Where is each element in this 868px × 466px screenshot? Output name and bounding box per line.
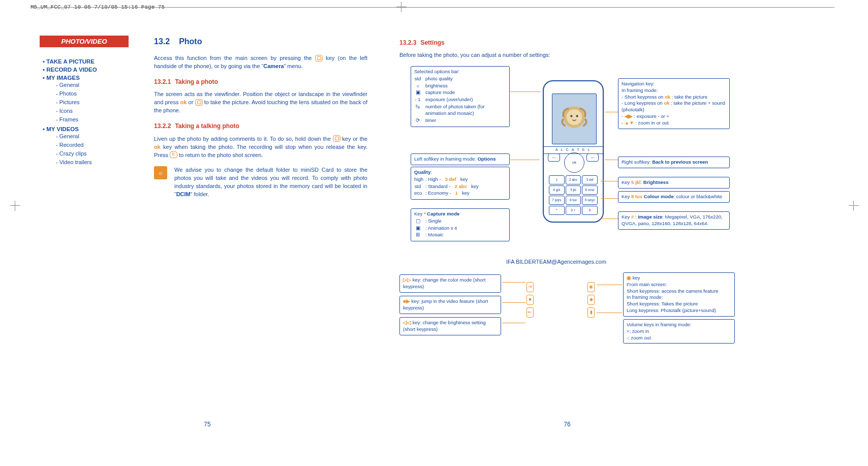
label: photo quality [425,76,453,82]
label-bold: Colour mode [644,194,674,199]
bulb-icon: ☼ [154,166,167,179]
text: Key [622,179,631,185]
tip-text: We advise you to change the default fold… [174,166,367,199]
right-softkey-box: Right softkey: Back to previous screen [618,157,730,168]
text: In framing mode: [627,294,731,301]
box-title: Volume keys in framing mode: [627,322,731,328]
label: : Single [425,218,442,225]
label: capture mode [425,89,455,96]
heading-num: 13.2.2 [154,122,171,130]
box-title: Quality [414,169,430,175]
sidebar-sub: Photos [56,89,141,98]
heading-13-2-3: 13.2.3Settings [399,39,735,47]
high-icon: high [414,176,421,183]
text: or [187,99,195,105]
keypad: 1 2 abc 3 def 4 ghi 5 jkl 6 mno 7 pqrs 8… [549,175,598,215]
side-button-icon: ◉ [587,282,595,292]
tip-box: ☼ We advise you to change the default fo… [154,166,367,199]
heading-13-2: 13.2Photo [154,36,367,47]
sidebar-sub: Frames [56,115,141,124]
page-number: 76 [564,421,570,428]
heading-13-2-1: 13.2.1Taking a photo [154,78,367,86]
crop-mark-right [849,201,859,211]
capture-mode-icon: ▣ [414,89,421,96]
sidebar-sub: General [56,132,141,141]
single-icon: ▢ [414,218,421,225]
count-icon: ²⁄₄ [414,104,421,110]
text: : High - [425,176,441,183]
quality-icon: std [414,76,421,82]
box-title: Selected options bar: [414,69,506,75]
nav-item: - Short keypress on ok : take the pictur… [622,94,726,101]
crop-mark-top [396,2,407,12]
leader-line [597,285,622,285]
rec-box: ■▶ key: jump in the video feature (short… [399,296,501,314]
leader-line [502,282,525,283]
text: Liven up the photo by adding comments to… [154,136,333,142]
heading-text: Photo [179,37,202,46]
text: key [462,190,470,197]
sidebar-item: MY IMAGES [43,75,141,81]
key-label: 8 tuv [631,194,642,199]
keypad-key: 1 [549,175,565,184]
keypad-key: 3 def [582,175,598,184]
leader-line [502,302,525,303]
intro-paragraph: Before taking the photo, you can adjust … [399,51,654,59]
leader-line [605,160,618,160]
label: key [631,275,640,281]
text: key [471,183,479,190]
leader-line [601,198,618,199]
selected-options-box: Selected options bar: stdphoto quality ☼… [411,66,510,127]
quality-row: std: Standard - 2 abc key [414,183,506,190]
eco-icon: eco [414,190,421,197]
nav-item: - ◀▶ : exposure - or + [622,113,726,120]
capture-row: ⊞: Mosaic [414,232,506,238]
heading-text: Taking a photo [175,78,218,85]
keypad-key: 2 abc [566,175,581,184]
keypad-key: 0 + [566,206,581,215]
side-button-icon: ▮ [587,307,595,318]
label: key: change the color mode (short keypre… [403,277,485,289]
sidebar-sub: Recorded [56,141,141,149]
text: -: zoom out [627,335,731,341]
exposure-icon: - 1 [414,97,421,103]
left-softkey-box: Left softkey in framing mode: Options [411,153,510,165]
svg-point-2 [570,115,572,117]
page-75: PHOTO/VIDEO TAKE A PICTURE RECORD A VIDE… [40,36,375,442]
text: Short keypress: access the camera featur… [627,288,731,295]
heading-text: Settings [420,39,444,46]
ok-key: ok [154,144,161,150]
text: Long keypress: Phototalk (picture+sound) [627,307,731,314]
fastfwd-icon: ▷▷ [403,277,411,283]
leader-line [605,112,618,112]
option-row: stdphoto quality [414,76,506,82]
leader-line [597,313,622,313]
volume-keys-box: Volume keys in framing mode: +: zoom in … [623,319,735,344]
text: : colour or black&white [673,194,722,199]
quality-box: Quality: high: High - 3 def key std: Sta… [411,167,510,200]
label-bold: Options [478,156,496,162]
text: : Standard - [425,183,451,190]
record-icon: ■▶ [403,298,410,304]
svg-point-3 [576,115,578,117]
keypad-key: 5 jkl [566,185,581,195]
key-label: 3 def [445,176,456,183]
label-bold: Back to previous screen [652,159,708,165]
ok-key: ok [180,99,187,105]
keypad-key: 8 tuv [566,196,581,205]
heading-num: 13.2.1 [154,78,171,85]
side-button-icon: ■ [526,295,534,305]
capture-mode-box: Key * Capture mode ▢: Single ▣: Animatio… [411,208,510,241]
box-subtitle: In framing mode: [622,87,726,94]
keypad-key: 4 ghi [549,185,565,195]
left-body: 13.2Photo Access this function from the … [154,36,367,199]
leader-line [502,323,525,323]
camera-key-box: ◉ key From main screen: Short keypress: … [623,272,735,317]
quality-row: eco: Economy - 1 key [414,190,506,197]
box-title: Navigation key: [622,81,726,87]
option-row: ▣capture mode [414,89,506,96]
nav-key-box: Navigation key: In framing mode: - Short… [618,78,730,129]
sidebar-item: RECORD A VIDEO [43,67,141,73]
svg-point-1 [567,109,582,125]
fastfwd-box: ▷▷ key: change the color mode (short key… [399,274,501,293]
